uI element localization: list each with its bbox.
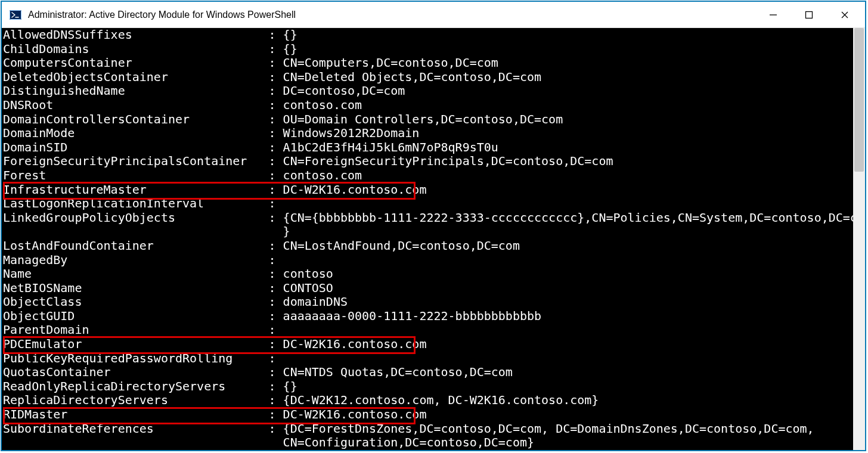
powershell-window: Administrator: Active Directory Module f… bbox=[1, 1, 866, 451]
output-line: ChildDomains : {} bbox=[3, 42, 852, 57]
output-line: NetBIOSName : CONTOSO bbox=[3, 281, 852, 296]
window-controls bbox=[755, 2, 863, 27]
output-line: RIDMaster : DC-W2K16.contoso.com bbox=[3, 408, 852, 422]
title-bar[interactable]: Administrator: Active Directory Module f… bbox=[2, 2, 865, 28]
output-line: Forest : contoso.com bbox=[3, 169, 852, 183]
console-area[interactable]: AllowedDNSSuffixes : {}ChildDomains : {}… bbox=[2, 28, 865, 450]
output-line: DNSRoot : contoso.com bbox=[3, 98, 852, 113]
svg-rect-0 bbox=[10, 10, 21, 20]
output-line: PublicKeyRequiredPasswordRolling : bbox=[3, 352, 852, 366]
output-line: DistinguishedName : DC=contoso,DC=com bbox=[3, 84, 852, 98]
output-line: DomainSID : A1bC2dE3fH4iJ5kL6mN7oP8qR9sT… bbox=[3, 141, 852, 155]
output-line: DeletedObjectsContainer : CN=Deleted Obj… bbox=[3, 70, 852, 85]
console-output: AllowedDNSSuffixes : {}ChildDomains : {}… bbox=[2, 28, 853, 450]
output-line: ObjectClass : domainDNS bbox=[3, 295, 852, 309]
output-line: DomainControllersContainer : OU=Domain C… bbox=[3, 113, 852, 127]
svg-rect-2 bbox=[806, 11, 813, 18]
output-line: QuotasContainer : CN=NTDS Quotas,DC=cont… bbox=[3, 365, 852, 380]
output-line: LinkedGroupPolicyObjects : {CN={bbbbbbbb… bbox=[3, 211, 852, 225]
output-line: ReplicaDirectoryServers : {DC-W2K12.cont… bbox=[3, 393, 852, 408]
minimize-button[interactable] bbox=[755, 2, 791, 27]
output-line: ReadOnlyReplicaDirectoryServers : {} bbox=[3, 380, 852, 394]
output-line: LostAndFoundContainer : CN=LostAndFound,… bbox=[3, 239, 852, 253]
scroll-thumb[interactable] bbox=[854, 28, 864, 172]
output-line: Name : contoso bbox=[3, 267, 852, 281]
output-line: ComputersContainer : CN=Computers,DC=con… bbox=[3, 56, 852, 70]
output-line: LastLogonReplicationInterval : bbox=[3, 197, 852, 211]
maximize-button[interactable] bbox=[791, 2, 827, 27]
output-line: ObjectGUID : aaaaaaaa-0000-1111-2222-bbb… bbox=[3, 309, 852, 324]
output-continuation: } bbox=[3, 225, 852, 239]
output-line: PDCEmulator : DC-W2K16.contoso.com bbox=[3, 337, 852, 352]
close-button[interactable] bbox=[827, 2, 863, 27]
output-line: DomainMode : Windows2012R2Domain bbox=[3, 126, 852, 141]
output-line: InfrastructureMaster : DC-W2K16.contoso.… bbox=[3, 183, 852, 197]
output-line: ForeignSecurityPrincipalsContainer : CN=… bbox=[3, 154, 852, 169]
powershell-icon bbox=[9, 8, 22, 21]
output-continuation: CN=Configuration,DC=contoso,DC=com} bbox=[3, 436, 852, 450]
output-line: AllowedDNSSuffixes : {} bbox=[3, 28, 852, 42]
vertical-scrollbar[interactable] bbox=[853, 28, 865, 450]
output-line: SubordinateReferences : {DC=ForestDnsZon… bbox=[3, 422, 852, 436]
output-line: ParentDomain : bbox=[3, 323, 852, 337]
output-line: ManagedBy : bbox=[3, 253, 852, 268]
window-title: Administrator: Active Directory Module f… bbox=[28, 10, 755, 20]
